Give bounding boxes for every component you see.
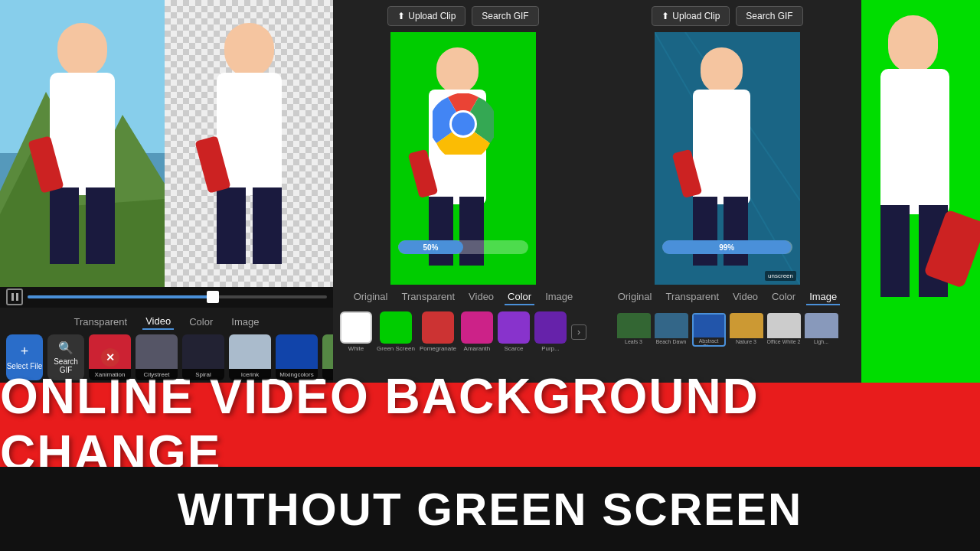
right-upload-row: ⬆ Upload Clip Search GIF xyxy=(652,6,802,26)
tab-original-right[interactable]: Original xyxy=(615,289,655,305)
tab-image-middle[interactable]: Image xyxy=(542,289,576,305)
red-banner-text: ONLINE VIDEO BACKGROUND CHANGE xyxy=(0,368,980,481)
svg-rect-32 xyxy=(693,90,750,204)
swatch-am-box[interactable] xyxy=(461,311,493,344)
tab-transparent-right[interactable]: Transparent xyxy=(662,289,722,305)
timeline-thumb[interactable] xyxy=(207,291,219,303)
img-thumb-office[interactable]: Office White 2 xyxy=(767,313,801,347)
middle-panel: ⬆ Upload Clip Search GIF xyxy=(333,0,593,383)
img-thumb-leafs[interactable]: Leafs 3 xyxy=(617,313,651,347)
middle-progress-fill: 50% xyxy=(398,240,463,254)
thumb-label: W... xyxy=(322,369,333,380)
swatch-label: Purp... xyxy=(541,345,560,352)
far-right-panel xyxy=(861,0,980,383)
middle-upload-row: ⬆ Upload Clip Search GIF xyxy=(387,6,538,26)
swatch-pu-box[interactable] xyxy=(534,311,567,344)
right-progress-bar: 99% xyxy=(662,240,792,254)
thumb-label: Mixingcolors xyxy=(276,369,318,380)
search-gif-button-right[interactable]: Search GIF xyxy=(736,6,802,26)
original-preview xyxy=(0,0,165,287)
swatch-green[interactable]: Green Screen xyxy=(377,311,415,352)
swatch-label: Scarce xyxy=(504,345,523,352)
bottom-section: ONLINE VIDEO BACKGROUND CHANGE WITHOUT G… xyxy=(0,383,980,551)
red-banner: ONLINE VIDEO BACKGROUND CHANGE xyxy=(0,383,980,467)
swatch-amaranth[interactable]: Amaranth xyxy=(461,311,493,352)
upload-icon: ⬆ xyxy=(397,11,405,21)
swatch-scarce[interactable]: Scarce xyxy=(498,311,530,352)
svg-rect-4 xyxy=(57,23,107,77)
tab-original-middle[interactable]: Original xyxy=(351,289,391,305)
black-banner: WITHOUT GREEN SCREEN xyxy=(0,467,980,551)
tab-image[interactable]: Image xyxy=(228,315,262,329)
swatch-pomegranate[interactable]: Pomegranate xyxy=(420,311,456,352)
left-panel: Transparent Video Color Image + Select F… xyxy=(0,0,333,383)
timeline-track[interactable] xyxy=(28,295,327,298)
upload-clip-label: Upload Clip xyxy=(408,11,456,21)
tab-color-middle[interactable]: Color xyxy=(505,289,534,305)
timeline-progress xyxy=(28,295,213,298)
green-video-container: 50% xyxy=(390,32,536,285)
far-right-svg xyxy=(861,0,980,383)
pause-button[interactable] xyxy=(6,289,23,305)
swatch-purp[interactable]: Purp... xyxy=(534,311,567,352)
img-thumb-label: Ligh... xyxy=(805,338,838,345)
x-icon: ✕ xyxy=(101,348,119,367)
svg-rect-34 xyxy=(724,197,748,266)
tab-transparent[interactable]: Transparent xyxy=(71,315,131,329)
upload-clip-label: Upload Clip xyxy=(672,11,720,21)
thumb-citystreet[interactable]: Citystreet xyxy=(136,334,178,380)
swatch-label: Amaranth xyxy=(464,345,491,352)
swatch-white-box[interactable] xyxy=(340,311,372,344)
swatch-label: White xyxy=(348,345,364,352)
blue-video-container: 99% unscreen xyxy=(655,32,800,285)
tab-color[interactable]: Color xyxy=(186,315,216,329)
tab-color-right[interactable]: Color xyxy=(769,289,799,305)
swatch-green-box[interactable] xyxy=(380,311,412,344)
img-thumb-ligh[interactable]: Ligh... xyxy=(805,313,838,347)
thumb-label: Spiral xyxy=(182,369,224,380)
tab-video-middle[interactable]: Video xyxy=(466,289,497,305)
progress-text: 99% xyxy=(719,243,734,252)
thumb-icerink[interactable]: Icerink xyxy=(229,334,271,380)
img-thumb-abstract[interactable]: Abstract Blue xyxy=(692,313,726,347)
upload-clip-button-right[interactable]: ⬆ Upload Clip xyxy=(652,6,730,26)
swatch-sc-box[interactable] xyxy=(498,311,530,344)
black-banner-text: WITHOUT GREEN SCREEN xyxy=(178,483,803,536)
img-thumb-label: Beach Dawn xyxy=(655,338,688,345)
svg-rect-31 xyxy=(701,47,743,93)
svg-rect-39 xyxy=(880,205,910,297)
thumb-xanimation[interactable]: ✕ Xanimation xyxy=(89,334,131,380)
thumb-mixingcolors[interactable]: Mixingcolors xyxy=(276,334,318,380)
swatch-white[interactable]: White xyxy=(340,311,372,352)
transparent-bg xyxy=(165,0,333,287)
svg-rect-33 xyxy=(693,197,717,266)
tab-video[interactable]: Video xyxy=(142,314,174,330)
tab-transparent-middle[interactable]: Transparent xyxy=(398,289,458,305)
search-gif-button-middle[interactable]: Search GIF xyxy=(472,6,538,26)
swatch-pom-box[interactable] xyxy=(422,311,454,344)
left-tabs: Transparent Video Color Image xyxy=(0,308,333,333)
img-thumb-beach[interactable]: Beach Dawn xyxy=(655,313,688,347)
svg-point-26 xyxy=(452,112,475,135)
svg-rect-21 xyxy=(429,197,453,266)
image-thumbs: Leafs 3 Beach Dawn Abstract Blue Nature … xyxy=(593,308,861,351)
tab-image-right[interactable]: Image xyxy=(806,289,840,305)
chevron-right-button[interactable]: › xyxy=(571,324,586,340)
thumb-label: Citystreet xyxy=(136,369,178,380)
upload-clip-button-middle[interactable]: ⬆ Upload Clip xyxy=(387,6,466,26)
chrome-logo-svg xyxy=(433,93,494,155)
right-panel: ⬆ Upload Clip Search GIF xyxy=(593,0,861,383)
img-thumb-label: Leafs 3 xyxy=(617,338,651,345)
plus-icon: + xyxy=(21,344,29,360)
svg-rect-22 xyxy=(459,197,484,266)
thumb-spiral[interactable]: Spiral xyxy=(182,334,224,380)
svg-rect-6 xyxy=(50,187,79,264)
img-thumb-nature[interactable]: Nature 3 xyxy=(730,313,763,347)
thumb-w[interactable]: W... xyxy=(322,334,333,380)
svg-rect-37 xyxy=(888,15,938,73)
chrome-logo xyxy=(433,93,494,158)
transparent-preview xyxy=(165,0,333,287)
tab-video-right[interactable]: Video xyxy=(730,289,761,305)
upload-icon: ⬆ xyxy=(662,11,669,21)
progress-text: 50% xyxy=(423,243,438,252)
